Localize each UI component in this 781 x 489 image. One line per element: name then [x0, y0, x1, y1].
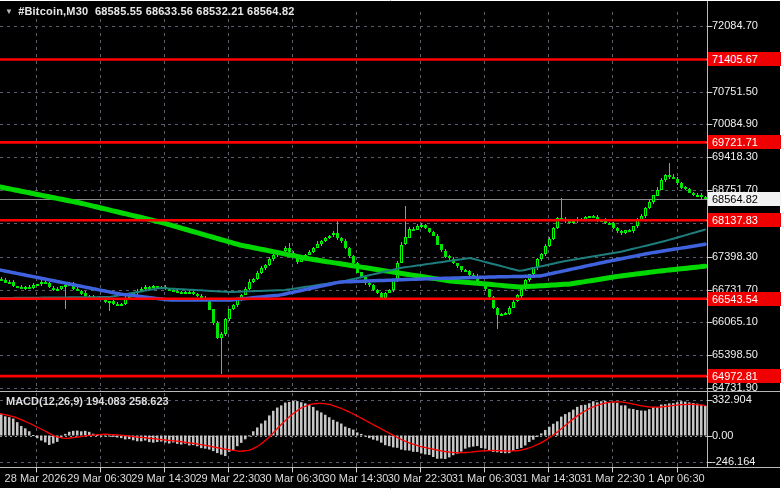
current-price-tag[interactable]: 68564.82 — [708, 192, 781, 206]
level-price-tag[interactable]: 69721.71 — [708, 135, 781, 149]
symbol-label: #Bitcoin,M30 — [18, 5, 88, 17]
price-tick-label: 70084.90 — [712, 117, 780, 130]
level-price-tag[interactable]: 66543.54 — [708, 292, 781, 306]
price-tick-label: 66065.10 — [712, 315, 780, 328]
macd-tick-label: -246.164 — [712, 455, 780, 468]
ohlc-readout: 68585.55 68633.56 68532.21 68564.82 — [95, 5, 295, 17]
macd-tick-label: 0.00 — [712, 429, 780, 442]
price-tick-label: 70751.50 — [712, 85, 780, 98]
level-price-tag[interactable]: 68137.83 — [708, 213, 781, 227]
chart-canvas[interactable] — [0, 0, 781, 489]
chart-title: ▼#Bitcoin,M30 68585.55 68633.56 68532.21… — [5, 5, 295, 17]
price-tick-label: 69418.30 — [712, 150, 780, 163]
chart-window: ▼#Bitcoin,M30 68585.55 68633.56 68532.21… — [0, 0, 781, 489]
price-tick-label: 72084.70 — [712, 19, 780, 32]
time-tick-label: 1 Apr 06:30 — [632, 472, 722, 484]
price-tick-label: 65398.50 — [712, 348, 780, 361]
symbol-dropdown-icon[interactable]: ▼ — [5, 7, 13, 16]
macd-tick-label: 332.904 — [712, 393, 780, 406]
level-price-tag[interactable]: 71405.67 — [708, 52, 781, 66]
price-tick-label: 67398.30 — [712, 250, 780, 263]
macd-indicator-label: MACD(12,26,9) 194.083 258.623 — [6, 395, 169, 407]
level-price-tag[interactable]: 64972.81 — [708, 369, 781, 383]
